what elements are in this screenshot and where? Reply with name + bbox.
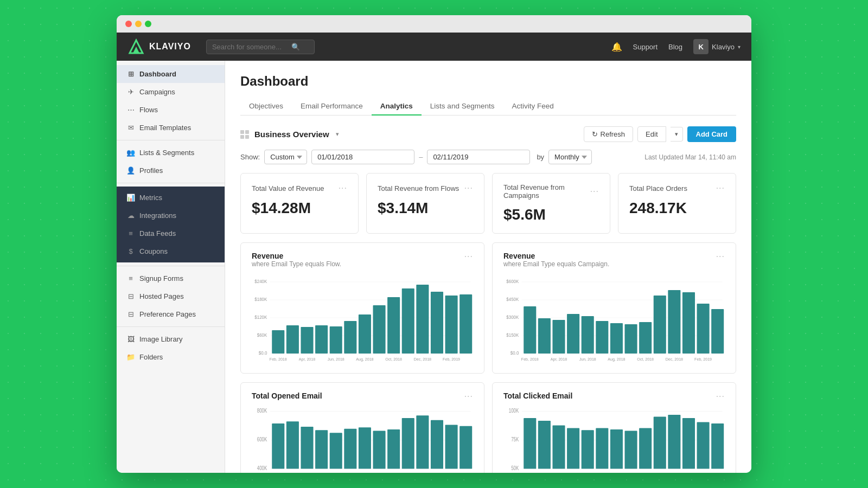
sidebar-item-hosted-pages[interactable]: ⊟ Hosted Pages bbox=[117, 287, 225, 305]
support-link[interactable]: Support bbox=[633, 43, 658, 51]
svg-rect-99 bbox=[654, 417, 666, 469]
tab-analytics[interactable]: Analytics bbox=[372, 98, 422, 115]
tab-email-performance[interactable]: Email Performance bbox=[292, 98, 372, 115]
tab-activity-feed[interactable]: Activity Feed bbox=[503, 98, 562, 115]
search-input[interactable] bbox=[212, 43, 288, 51]
sidebar-item-flows[interactable]: ⋯ Flows bbox=[117, 101, 225, 119]
main-content: Dashboard Objectives Email Performance A… bbox=[225, 61, 751, 473]
chart-header-2: Total Opened Email ··· bbox=[252, 391, 473, 401]
image-library-icon: 🖼 bbox=[126, 335, 135, 343]
sidebar-item-folders[interactable]: 📁 Folders bbox=[117, 348, 225, 366]
svg-rect-100 bbox=[668, 415, 680, 469]
chart-header-1: Revenue where Email Type equals Campaign… bbox=[503, 252, 725, 273]
metric-card-header-0: Total Value of Revenue ··· bbox=[252, 183, 347, 193]
metric-title-0: Total Value of Revenue bbox=[252, 184, 324, 192]
svg-text:600K: 600K bbox=[257, 436, 267, 443]
svg-rect-48 bbox=[596, 321, 608, 354]
chart-card-opened-email: Total Opened Email ··· 800K 600K 400K bbox=[240, 382, 484, 473]
date-range-select[interactable]: Custom bbox=[264, 150, 307, 164]
sidebar-item-profiles[interactable]: 👤 Profiles bbox=[117, 162, 225, 179]
chart-menu-3[interactable]: ··· bbox=[716, 391, 725, 401]
svg-rect-79 bbox=[402, 418, 414, 469]
chart-card-clicked-email: Total Clicked Email ··· 100K 75K 50K bbox=[492, 382, 736, 473]
svg-rect-17 bbox=[344, 321, 356, 354]
search-bar[interactable]: 🔍 bbox=[206, 40, 315, 54]
tab-objectives[interactable]: Objectives bbox=[240, 98, 292, 115]
metric-menu-2[interactable]: ··· bbox=[590, 187, 599, 196]
sidebar-item-metrics[interactable]: 📊 Metrics bbox=[117, 189, 225, 207]
metric-title-1: Total Revenue from Flows bbox=[378, 184, 459, 192]
user-menu[interactable]: K Klaviyo ▾ bbox=[693, 39, 741, 54]
svg-rect-14 bbox=[301, 327, 313, 354]
signup-forms-icon: ≡ bbox=[126, 274, 135, 282]
sidebar-item-integrations[interactable]: ☁ Integrations bbox=[117, 207, 225, 224]
metric-card-place-orders: Total Place Orders ··· 248.17K bbox=[618, 173, 736, 234]
edit-button[interactable]: Edit bbox=[637, 126, 666, 142]
preference-pages-icon: ⊟ bbox=[126, 310, 135, 318]
sidebar-divider-2 bbox=[117, 183, 225, 183]
svg-rect-55 bbox=[697, 304, 710, 354]
sidebar-item-dashboard[interactable]: ⊞ Dashboard bbox=[117, 65, 225, 83]
sidebar-item-signup-forms[interactable]: ≡ Signup Forms bbox=[117, 269, 225, 287]
svg-text:50K: 50K bbox=[511, 465, 519, 472]
svg-rect-83 bbox=[459, 426, 472, 469]
sidebar-item-email-templates[interactable]: ✉ Email Templates bbox=[117, 119, 225, 137]
interval-select[interactable]: Monthly bbox=[548, 150, 592, 164]
sidebar-label-flows: Flows bbox=[139, 106, 158, 114]
edit-dropdown-button[interactable]: ▾ bbox=[671, 127, 683, 142]
add-card-button[interactable]: Add Card bbox=[687, 126, 737, 142]
chart-menu-2[interactable]: ··· bbox=[464, 391, 473, 401]
svg-text:$240K: $240K bbox=[254, 279, 267, 285]
tab-lists-segments[interactable]: Lists and Segments bbox=[422, 98, 503, 115]
sidebar-item-campaigns[interactable]: ✈ Campaigns bbox=[117, 83, 225, 101]
sidebar: ⊞ Dashboard ✈ Campaigns ⋯ Flows ✉ Email … bbox=[117, 61, 225, 473]
svg-text:Feb, 2019: Feb, 2019 bbox=[443, 357, 460, 362]
sidebar-label-lists-segments: Lists & Segments bbox=[139, 149, 194, 157]
chart-subtitle-1: where Email Type equals Campaign. bbox=[503, 260, 609, 268]
svg-text:$150K: $150K bbox=[506, 332, 519, 338]
sidebar-item-coupons[interactable]: $ Coupons bbox=[117, 242, 225, 260]
svg-rect-93 bbox=[567, 428, 579, 469]
metric-value-3: 248.17K bbox=[629, 200, 725, 217]
svg-text:Feb, 2019: Feb, 2019 bbox=[694, 357, 712, 362]
sidebar-item-data-feeds[interactable]: ≡ Data Feeds bbox=[117, 224, 225, 242]
sidebar-item-image-library[interactable]: 🖼 Image Library bbox=[117, 330, 225, 348]
notification-bell-icon[interactable]: 🔔 bbox=[611, 42, 622, 52]
svg-text:75K: 75K bbox=[511, 436, 519, 443]
svg-rect-45 bbox=[552, 320, 565, 354]
search-icon: 🔍 bbox=[291, 43, 300, 51]
sidebar-item-preference-pages[interactable]: ⊟ Preference Pages bbox=[117, 305, 225, 323]
campaign-revenue-chart: $600K $450K $300K $150K $0.0 bbox=[503, 275, 725, 362]
sidebar-label-folders: Folders bbox=[139, 353, 163, 361]
sidebar-item-lists-segments[interactable]: 👥 Lists & Segments bbox=[117, 144, 225, 162]
section-title-caret-icon[interactable]: ▾ bbox=[336, 131, 339, 138]
metric-menu-0[interactable]: ··· bbox=[339, 183, 347, 193]
section-title: Business Overview bbox=[254, 130, 329, 139]
metric-menu-3[interactable]: ··· bbox=[716, 183, 725, 193]
svg-text:Aug, 2018: Aug, 2018 bbox=[608, 357, 625, 362]
chart-menu-1[interactable]: ··· bbox=[716, 252, 725, 261]
metric-cards: Total Value of Revenue ··· $14.28M Total… bbox=[240, 173, 736, 234]
svg-rect-73 bbox=[315, 430, 328, 468]
date-to-input[interactable] bbox=[427, 150, 530, 164]
metric-value-2: $5.6M bbox=[503, 206, 599, 223]
svg-rect-96 bbox=[610, 429, 623, 469]
lists-segments-icon: 👥 bbox=[126, 149, 135, 157]
svg-rect-77 bbox=[373, 431, 386, 468]
blog-link[interactable]: Blog bbox=[668, 43, 682, 51]
chart-title-0: Revenue bbox=[252, 252, 341, 260]
svg-rect-81 bbox=[431, 420, 443, 469]
maximize-dot[interactable] bbox=[145, 21, 151, 27]
close-dot[interactable] bbox=[125, 21, 132, 27]
minimize-dot[interactable] bbox=[135, 21, 142, 27]
chart-menu-0[interactable]: ··· bbox=[464, 252, 473, 261]
svg-rect-75 bbox=[344, 429, 356, 469]
date-from-input[interactable] bbox=[311, 150, 414, 164]
metric-menu-1[interactable]: ··· bbox=[464, 183, 473, 193]
sidebar-label-email-templates: Email Templates bbox=[139, 124, 191, 132]
svg-text:400K: 400K bbox=[257, 465, 267, 472]
refresh-button[interactable]: ↻ Refresh bbox=[584, 126, 634, 142]
chart-header-0: Revenue where Email Type equals Flow. ··… bbox=[252, 252, 473, 273]
metric-card-flows-revenue: Total Revenue from Flows ··· $3.14M bbox=[366, 173, 484, 234]
svg-rect-98 bbox=[639, 428, 652, 469]
